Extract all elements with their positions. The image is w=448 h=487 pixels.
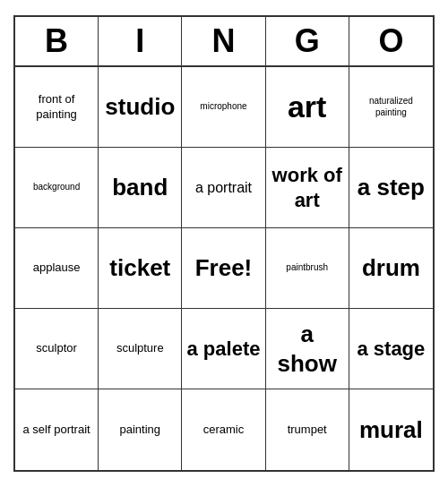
bingo-cell[interactable]: microphone — [182, 67, 265, 148]
cell-text: ceramic — [203, 423, 245, 437]
cell-text: a stage — [357, 337, 425, 362]
bingo-cell[interactable]: trumpet — [266, 389, 349, 470]
cell-text: trumpet — [288, 423, 327, 437]
bingo-cell[interactable]: a step — [349, 148, 433, 228]
cell-text: sculpture — [116, 341, 164, 355]
cell-text: a step — [358, 173, 425, 202]
cell-text: a self portrait — [23, 423, 90, 437]
bingo-card: BINGO front of paintingstudiomicrophonea… — [13, 15, 435, 472]
header-letter: N — [182, 17, 265, 65]
bingo-cell[interactable]: a self portrait — [15, 389, 99, 470]
bingo-grid: front of paintingstudiomicrophoneartnatu… — [15, 67, 433, 470]
cell-text: a palete — [187, 337, 261, 362]
bingo-cell[interactable]: a stage — [349, 309, 433, 389]
cell-text: band — [112, 173, 168, 202]
bingo-cell[interactable]: studio — [99, 67, 182, 148]
bingo-cell[interactable]: naturalized painting — [349, 67, 433, 148]
cell-text: background — [33, 182, 80, 193]
bingo-cell[interactable]: art — [266, 67, 349, 148]
cell-text: sculptor — [36, 341, 77, 355]
bingo-cell[interactable]: sculpture — [99, 309, 182, 389]
bingo-cell[interactable]: a portrait — [182, 148, 265, 228]
bingo-cell[interactable]: band — [99, 148, 182, 228]
header-letter: I — [99, 17, 182, 65]
bingo-cell[interactable]: background — [15, 148, 99, 228]
bingo-cell[interactable]: work of art — [266, 148, 349, 228]
bingo-cell[interactable]: drum — [349, 228, 433, 309]
cell-text: painting — [120, 423, 161, 437]
cell-text: naturalized painting — [353, 96, 429, 118]
cell-text: a portrait — [195, 179, 252, 197]
header-letter: B — [15, 17, 99, 65]
bingo-cell[interactable]: mural — [349, 389, 433, 470]
cell-text: paintbrush — [286, 262, 328, 274]
bingo-cell[interactable]: paintbrush — [266, 228, 349, 309]
bingo-cell[interactable]: a palete — [182, 309, 265, 389]
header-letter: G — [266, 17, 349, 65]
bingo-header: BINGO — [15, 17, 433, 67]
cell-text: studio — [105, 92, 175, 122]
bingo-cell[interactable]: ceramic — [182, 389, 265, 470]
cell-text: Free! — [195, 253, 253, 283]
cell-text: a show — [270, 320, 345, 378]
bingo-cell[interactable]: Free! — [182, 228, 265, 309]
bingo-cell[interactable]: painting — [99, 389, 182, 470]
cell-text: front of painting — [19, 92, 94, 122]
cell-text: drum — [362, 253, 420, 283]
cell-text: ticket — [109, 253, 170, 283]
cell-text: microphone — [200, 101, 246, 113]
cell-text: mural — [359, 415, 423, 445]
bingo-cell[interactable]: applause — [15, 228, 99, 309]
bingo-cell[interactable]: sculptor — [15, 309, 99, 389]
bingo-cell[interactable]: front of painting — [15, 67, 99, 148]
cell-text: applause — [33, 261, 81, 275]
bingo-cell[interactable]: a show — [266, 309, 349, 389]
bingo-cell[interactable]: ticket — [99, 228, 182, 309]
header-letter: O — [349, 17, 433, 65]
cell-text: art — [288, 88, 326, 126]
cell-text: work of art — [270, 163, 345, 212]
